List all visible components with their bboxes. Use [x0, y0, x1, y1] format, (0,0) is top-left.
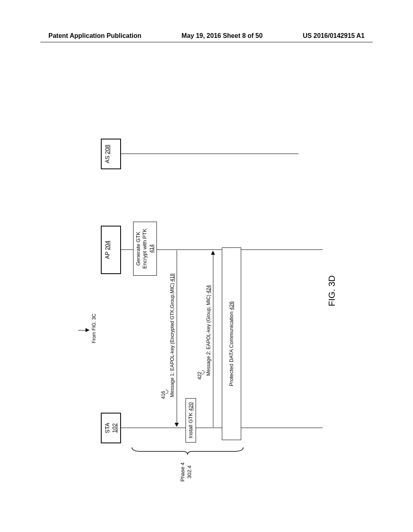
entity-as-label: AS	[104, 156, 111, 163]
continuation-arrow	[86, 328, 90, 332]
continuation-stem	[78, 330, 86, 330]
entity-sta-ref: 102	[111, 423, 118, 432]
generate-ref: 414	[148, 244, 154, 253]
continuation-label: From FIG. 3C	[91, 302, 97, 355]
entity-ap: AP 204	[101, 226, 121, 274]
header-rule	[40, 42, 373, 42]
header-left: Patent Application Publication	[48, 32, 142, 39]
phase-label: Phase 4 302.4	[179, 462, 193, 482]
msg2-prefix: 422	[197, 372, 202, 380]
install-label: Install GTK	[188, 413, 194, 438]
phase-brace	[131, 446, 244, 455]
box-install-gtk: Install GTK 420	[186, 398, 196, 443]
box-generate-gtk: Generate GTK Encrypt with PTK 414	[133, 222, 157, 276]
entity-as-ref: 208	[104, 145, 111, 154]
box-protected-data: Protected DATA Communication 426	[222, 247, 241, 440]
header-center: May 19, 2016 Sheet 8 of 50	[181, 32, 263, 39]
msg1-arc	[166, 390, 168, 394]
install-ref: 420	[188, 402, 194, 411]
msg1-line	[177, 250, 177, 423]
generate-line2: Encrypt with PTK	[142, 229, 148, 269]
msg2-arrowhead	[211, 251, 215, 255]
protected-ref: 426	[228, 301, 234, 310]
msg1-prefix: 416	[161, 391, 166, 399]
msg2-line	[213, 255, 213, 427]
protected-label: Protected DATA Communication	[228, 312, 234, 386]
entity-sta-label: STA	[104, 423, 111, 433]
entity-as: AS 208	[101, 139, 121, 169]
msg2-arc	[202, 370, 204, 374]
entity-ap-label: AP	[104, 251, 111, 259]
entity-ap-ref: 204	[104, 241, 111, 250]
msg1-arrowhead	[175, 423, 179, 427]
figure-diagram: From FIG. 3C STA 102 AP 204 AS 208 Gener…	[77, 69, 343, 451]
page-header: Patent Application Publication May 19, 2…	[48, 32, 365, 39]
as-lifeline	[121, 154, 298, 154]
entity-sta: STA 102	[101, 413, 121, 443]
msg1-text: Message 1: EAPOL-key (Encrypted GTK,Grou…	[169, 251, 175, 420]
figure-caption: FIG. 3D	[327, 275, 337, 306]
header-right: US 2016/0142915 A1	[303, 32, 365, 39]
generate-line1: Generate GTK	[135, 232, 141, 266]
msg2-text: Message 2: EAPOL-key (Group, MIC) 424	[206, 262, 211, 399]
